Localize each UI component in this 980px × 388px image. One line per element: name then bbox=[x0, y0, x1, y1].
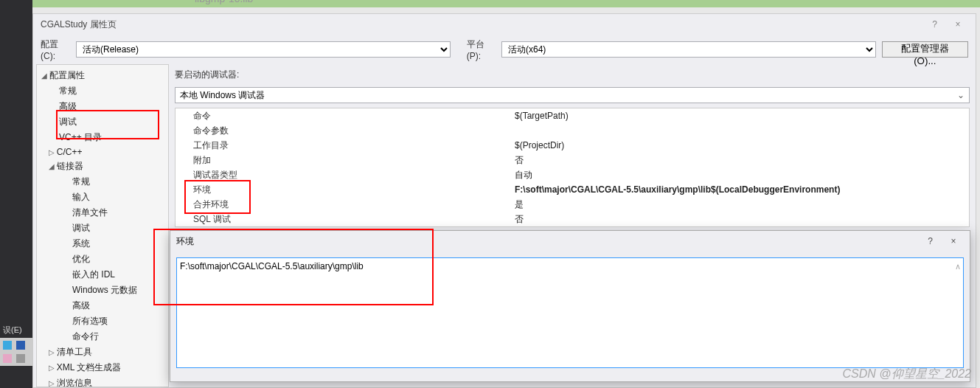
tree-linker-idl[interactable]: 嵌入的 IDL bbox=[37, 267, 168, 283]
lib-filename: libgmp-10.lib bbox=[195, 0, 253, 4]
tree-linker-manifest[interactable]: 清单文件 bbox=[37, 205, 168, 221]
property-grid[interactable]: 命令$(TargetPath) 命令参数 工作目录$(ProjectDir) 附… bbox=[175, 108, 970, 227]
prop-val[interactable]: 自动 bbox=[515, 167, 969, 182]
env-help-button[interactable]: ? bbox=[920, 236, 941, 246]
config-label: 配置(C): bbox=[41, 38, 73, 61]
prop-key[interactable]: SQL 调试 bbox=[176, 212, 515, 226]
prop-row: 命令$(TargetPath) bbox=[176, 108, 969, 123]
tree-cpp[interactable]: C/C++ bbox=[37, 145, 168, 159]
prop-row: 工作目录$(ProjectDir) bbox=[176, 138, 969, 153]
dialog-title-text: CGALStudy 属性页 bbox=[41, 14, 117, 35]
tree-linker-debug[interactable]: 调试 bbox=[37, 221, 168, 236]
tree-linker-winmd[interactable]: Windows 元数据 bbox=[37, 283, 168, 298]
help-button[interactable]: ? bbox=[925, 14, 945, 35]
environment-editor-dialog: 环境 ? × ∧ bbox=[170, 230, 970, 382]
config-select[interactable]: 活动(Release) bbox=[76, 41, 451, 58]
close-strip-icon[interactable] bbox=[16, 354, 25, 363]
prop-key[interactable]: 合并环境 bbox=[176, 197, 515, 212]
tree-linker-general[interactable]: 常规 bbox=[37, 174, 168, 190]
prop-key[interactable]: 命令参数 bbox=[176, 123, 515, 138]
tree-linker-opt[interactable]: 优化 bbox=[37, 252, 168, 267]
pin-icon[interactable] bbox=[3, 341, 12, 350]
env-titlebar: 环境 ? × bbox=[170, 231, 970, 252]
prop-row: SQL 调试否 bbox=[176, 212, 969, 226]
prop-key[interactable]: 调试器类型 bbox=[176, 167, 515, 182]
prop-val[interactable]: $(TargetPath) bbox=[515, 108, 969, 123]
annotation-banner: libgmp-10.lib bbox=[32, 0, 980, 7]
scroll-up-icon[interactable]: ∧ bbox=[955, 262, 961, 271]
environment-textarea[interactable] bbox=[176, 257, 964, 368]
tree-general[interactable]: 常规 bbox=[37, 83, 168, 99]
save-icon[interactable] bbox=[16, 341, 25, 350]
prop-val[interactable] bbox=[515, 123, 969, 138]
close-button[interactable]: × bbox=[948, 14, 968, 35]
prop-val[interactable]: 否 bbox=[515, 212, 969, 226]
prop-val[interactable]: 否 bbox=[515, 153, 969, 167]
tree-manifest-tool[interactable]: 清单工具 bbox=[37, 344, 168, 360]
left-icons bbox=[0, 338, 32, 366]
prop-key[interactable]: 工作目录 bbox=[176, 138, 515, 153]
tree-debugging[interactable]: 调试 bbox=[37, 114, 168, 130]
prop-key[interactable]: 环境 bbox=[176, 182, 515, 197]
tree-linker-input[interactable]: 输入 bbox=[37, 190, 168, 205]
tree-xml-doc[interactable]: XML 文档生成器 bbox=[37, 360, 168, 375]
debugger-select[interactable]: 本地 Windows 调试器 bbox=[175, 87, 970, 103]
tree-browse-info[interactable]: 浏览信息 bbox=[37, 375, 168, 387]
tree-linker-all[interactable]: 所有选项 bbox=[37, 313, 168, 329]
tree-linker-adv[interactable]: 高级 bbox=[37, 298, 168, 313]
tree-linker[interactable]: 链接器 bbox=[37, 159, 168, 174]
env-close-button[interactable]: × bbox=[943, 236, 964, 246]
tree-linker-cmd[interactable]: 命令行 bbox=[37, 329, 168, 344]
prop-row: 合并环境是 bbox=[176, 197, 969, 212]
script-icon[interactable] bbox=[3, 354, 12, 363]
prop-row: 调试器类型自动 bbox=[176, 167, 969, 182]
debugger-select-value: 本地 Windows 调试器 bbox=[180, 89, 265, 102]
tree-advanced[interactable]: 高级 bbox=[37, 99, 168, 114]
property-tree[interactable]: 配置属性 常规 高级 调试 VC++ 目录 C/C++ 链接器 常规 输入 清单… bbox=[36, 64, 169, 387]
prop-val[interactable]: 是 bbox=[515, 197, 969, 212]
ide-left-strip: 误(E) bbox=[0, 0, 32, 388]
error-panel-label: 误(E) bbox=[3, 325, 22, 336]
tree-linker-system[interactable]: 系统 bbox=[37, 236, 168, 252]
platform-select[interactable]: 活动(x64) bbox=[501, 41, 876, 58]
tree-root[interactable]: 配置属性 bbox=[37, 68, 168, 83]
platform-label: 平台(P): bbox=[467, 38, 498, 61]
dialog-titlebar: CGALStudy 属性页 ? × bbox=[33, 14, 976, 35]
prop-row: 环境F:\soft\major\CGAL\CGAL-5.5\auxiliary\… bbox=[176, 182, 969, 197]
config-bar: 配置(C): 活动(Release) 平台(P): 活动(x64) 配置管理器(… bbox=[33, 35, 976, 64]
prop-row: 命令参数 bbox=[176, 123, 969, 138]
debugger-launch-label: 要启动的调试器: bbox=[175, 67, 970, 83]
config-manager-button[interactable]: 配置管理器(O)... bbox=[882, 41, 968, 58]
env-title-text: 环境 bbox=[176, 235, 194, 248]
prop-key[interactable]: 命令 bbox=[176, 108, 515, 123]
prop-row: 附加否 bbox=[176, 153, 969, 167]
prop-val[interactable]: $(ProjectDir) bbox=[515, 138, 969, 153]
prop-key[interactable]: 附加 bbox=[176, 153, 515, 167]
tree-vcdirs[interactable]: VC++ 目录 bbox=[37, 130, 168, 145]
prop-val[interactable]: F:\soft\major\CGAL\CGAL-5.5\auxiliary\gm… bbox=[515, 182, 969, 197]
